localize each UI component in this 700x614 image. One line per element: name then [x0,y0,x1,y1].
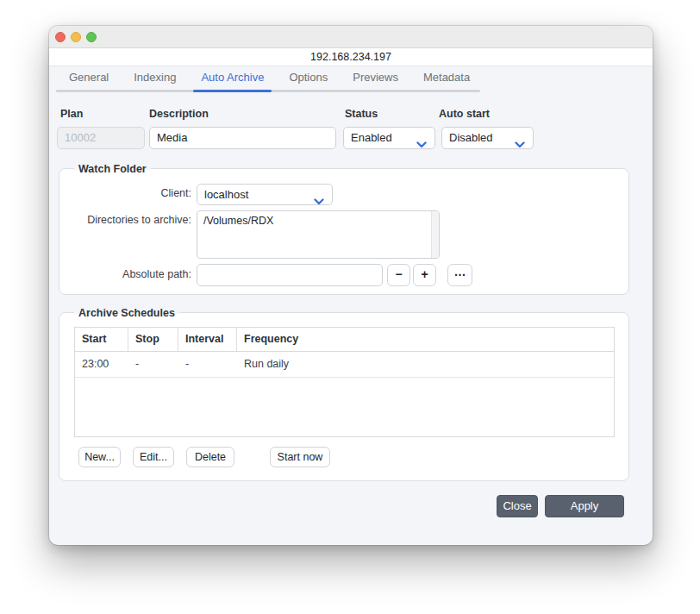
plus-icon: + [421,267,428,281]
cell-frequency: Run daily [237,352,614,377]
titlebar[interactable] [49,26,653,48]
minimize-window-icon[interactable] [71,32,81,42]
minus-icon: − [395,267,402,281]
chevron-down-icon [314,191,324,212]
col-header-stop[interactable]: Stop [128,328,178,351]
client-select[interactable]: localhost [197,184,333,205]
description-field[interactable]: Media [149,127,336,149]
watch-folder-legend: Watch Folder [74,162,151,176]
window-title: 192.168.234.197 [49,48,653,66]
col-header-frequency[interactable]: Frequency [237,328,614,351]
schedules-table[interactable]: Start Stop Interval Frequency 23:00 - - … [74,327,615,437]
directories-label: Directories to archive: [59,214,191,226]
edit-schedule-button[interactable]: Edit... [133,447,174,467]
ellipsis-icon: … [454,265,466,279]
status-label: Status [345,108,378,120]
archive-schedules-group: Archive Schedules Start Stop Interval Fr… [59,312,629,481]
absolute-path-label: Absolute path: [59,268,191,280]
zoom-window-icon[interactable] [86,32,97,42]
auto-start-select[interactable]: Disabled [441,127,534,149]
remove-directory-button[interactable]: − [387,264,410,286]
delete-schedule-button[interactable]: Delete [186,447,234,467]
archive-schedules-legend: Archive Schedules [74,306,179,320]
status-select-value: Enabled [351,131,392,144]
add-directory-button[interactable]: + [413,264,436,286]
new-schedule-button[interactable]: New... [78,447,121,467]
auto-start-label: Auto start [439,108,490,120]
start-now-button[interactable]: Start now [270,447,330,467]
description-label: Description [149,108,209,120]
table-header-row: Start Stop Interval Frequency [75,328,614,352]
plan-label: Plan [60,108,83,120]
col-header-start[interactable]: Start [75,328,128,351]
auto-start-select-value: Disabled [449,131,493,144]
tab-indexing[interactable]: Indexing [134,66,176,92]
client-label: Client: [59,187,191,199]
close-window-icon[interactable] [55,32,66,42]
absolute-path-input[interactable] [197,264,383,286]
apply-button[interactable]: Apply [545,495,624,517]
status-select[interactable]: Enabled [343,127,435,149]
client-select-value: localhost [204,188,248,201]
chevron-down-icon [416,135,427,155]
tab-bar: General Indexing Auto Archive Options Pr… [69,66,470,92]
directories-textarea[interactable]: /Volumes/RDX [197,210,440,259]
cell-start: 23:00 [75,352,128,377]
tab-options[interactable]: Options [289,66,328,92]
chevron-down-icon [515,135,525,155]
tab-previews[interactable]: Previews [353,66,398,92]
plan-field: 10002 [57,127,145,149]
table-row[interactable]: 23:00 - - Run daily [75,352,614,378]
desktop: 192.168.234.197 General Indexing Auto Ar… [0,0,700,614]
cell-interval: - [178,352,237,377]
app-window: 192.168.234.197 General Indexing Auto Ar… [49,26,653,545]
browse-button[interactable]: … [447,264,472,286]
tab-auto-archive[interactable]: Auto Archive [201,66,264,92]
close-button[interactable]: Close [497,495,538,517]
textarea-scrollbar[interactable] [431,211,439,258]
directories-value: /Volumes/RDX [203,215,428,227]
tab-general[interactable]: General [69,66,109,92]
col-header-interval[interactable]: Interval [178,328,237,351]
watch-folder-group: Watch Folder Client: localhost Directori… [59,168,629,295]
tab-metadata[interactable]: Metadata [423,66,470,92]
cell-stop: - [128,352,178,377]
